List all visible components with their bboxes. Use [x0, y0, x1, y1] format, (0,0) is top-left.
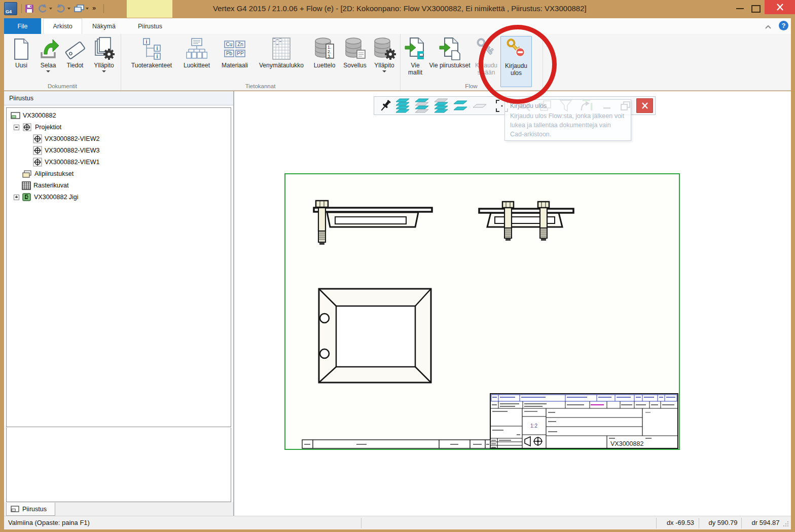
view-icon	[33, 134, 42, 143]
tree-item-label: Alipiirustukset	[34, 170, 74, 177]
tab-piirustus[interactable]: Piirustus	[128, 18, 172, 34]
quick-access-overflow-button[interactable]: »	[92, 4, 96, 12]
yllapito-dokumentit-button[interactable]: Ylläpito	[89, 36, 119, 83]
group-label: Dokumentit	[4, 83, 121, 89]
browse-arrow-icon	[35, 36, 61, 60]
windows-button[interactable]	[74, 3, 84, 14]
title-bar: G4 » Vertex G4 2015 / 21.0.06 + Flow (e)…	[0, 0, 795, 18]
sidebar-tab-piirustus[interactable]: Piirustus	[6, 503, 55, 516]
material-elements-icon: Cu Zn Pb PP	[217, 36, 252, 60]
collapse-expander-icon[interactable]	[14, 125, 19, 130]
uusi-button[interactable]: Uusi	[8, 36, 34, 83]
dropdown-caret-icon	[102, 70, 106, 72]
tree-item-jigi[interactable]: VX3000882 Jigi	[14, 192, 79, 203]
tree-item-alipiirustukset[interactable]: Alipiirustukset	[22, 168, 74, 179]
tree-item-label: Rasterikuvat	[33, 182, 68, 189]
app-logo-icon[interactable]: G4	[4, 2, 17, 15]
help-button[interactable]: ?	[779, 21, 788, 30]
layers-pair-icon[interactable]	[452, 98, 468, 113]
tab-file[interactable]: File	[4, 18, 41, 34]
pin-icon[interactable]	[377, 98, 393, 113]
tree-item-label: VX3000882-VIEW2	[45, 135, 99, 142]
application-window: G4 » Vertex G4 2015 / 21.0.06 + Flow (e)…	[0, 0, 795, 532]
vie-mallit-button[interactable]: Vie mallit	[403, 36, 427, 83]
raster-images-icon	[22, 181, 31, 190]
divider	[103, 4, 104, 13]
sidebar-header: Piirustus	[4, 91, 233, 105]
divider	[656, 518, 657, 528]
yellow-note-overlay	[127, 0, 172, 18]
vie-piirustukset-button[interactable]: Vie piirustukset	[428, 36, 471, 83]
yllapito-tietokannat-button[interactable]: Ylläpito	[370, 36, 399, 83]
status-dy: dy 590.79	[704, 519, 742, 526]
tree-item-projektiot[interactable]: Projektiot	[14, 122, 61, 133]
highlight-circle-annotation	[479, 25, 557, 104]
button-label: Materiaali	[217, 62, 252, 69]
divider	[699, 518, 699, 528]
title-block: 1:2 VX3000882	[490, 394, 678, 448]
luettelo-button[interactable]: 1. 2. 3. Luettelo	[310, 36, 339, 83]
tree-item-root[interactable]: VX3000882	[11, 110, 56, 121]
drawing-canvas[interactable]: 1:2 VX3000882	[234, 91, 791, 516]
tiedot-button[interactable]: Tiedot	[61, 36, 89, 83]
redo-button[interactable]	[56, 3, 66, 14]
windows-dropdown-caret[interactable]	[85, 3, 90, 14]
parts-list-strip	[302, 440, 490, 448]
close-icon	[641, 102, 648, 109]
layer-single-off-icon[interactable]	[472, 98, 488, 113]
button-label: Tiedot	[61, 62, 89, 69]
tree-item-view3[interactable]: VX3000882-VIEW3	[33, 145, 99, 156]
window-minimize-button[interactable]	[733, 3, 747, 14]
redo-dropdown-caret[interactable]	[66, 3, 71, 14]
svg-text:1:2: 1:2	[530, 423, 537, 429]
save-button[interactable]	[24, 3, 34, 14]
undo-dropdown-caret[interactable]	[48, 3, 53, 14]
selaa-button[interactable]: Selaa	[35, 36, 61, 83]
tree-item-label: Projektiot	[35, 124, 61, 131]
tree-item-view2[interactable]: VX3000882-VIEW2	[33, 133, 99, 144]
sovellus-button[interactable]: Sovellus	[340, 36, 370, 83]
layers-alternating-icon[interactable]	[414, 98, 430, 113]
status-dx: dx -69.53	[661, 519, 700, 526]
tag-icon	[61, 36, 89, 60]
button-label: Ylläpito	[370, 62, 399, 69]
spreadsheet-icon	[252, 36, 310, 60]
tab-arkisto[interactable]: Arkisto	[43, 18, 82, 34]
button-label: Tuoterakenteet	[127, 62, 176, 69]
tooltip-body: Kirjaudu ulos Flow:sta, jonka jälkeen vo…	[505, 111, 631, 142]
tab-nakyma[interactable]: Näkymä	[82, 18, 126, 34]
assembly-side-view-left	[314, 201, 432, 245]
window-close-button[interactable]	[765, 0, 795, 14]
layers-top-off-icon[interactable]	[433, 98, 449, 113]
luokitteet-button[interactable]: Luokitteet	[176, 36, 217, 83]
toolbar-close-button[interactable]	[636, 98, 653, 113]
drawing-sheet[interactable]: 1:2 VX3000882	[284, 173, 680, 450]
ribbon-collapse-button[interactable]	[765, 22, 772, 31]
svg-text:Cu: Cu	[226, 42, 233, 47]
tree-item-view1[interactable]: VX3000882-VIEW1	[33, 157, 99, 168]
ribbon: Uusi Selaa Tiedot	[4, 34, 791, 91]
dropdown-caret-icon	[382, 70, 386, 72]
window-maximize-button[interactable]	[749, 3, 763, 14]
resize-grip[interactable]	[782, 521, 789, 527]
tooltip-kirjaudu-ulos: Kirjaudu ulos Kirjaudu ulos Flow:sta, jo…	[504, 99, 631, 141]
status-bar: Valmiina (Opaste: paina F1) dx -69.53 dy…	[4, 516, 791, 529]
tree-item-rasterikuvat[interactable]: Rasterikuvat	[22, 180, 68, 191]
materiaali-button[interactable]: Cu Zn Pb PP Materiaali	[217, 36, 252, 83]
button-label: Venymätaulukko	[252, 62, 310, 69]
product-structure-icon: i i i	[127, 36, 176, 60]
button-label: Vie piirustukset	[428, 62, 471, 69]
undo-button[interactable]	[38, 3, 48, 14]
tree-item-label: VX3000882 Jigi	[34, 194, 79, 201]
venymataulukko-button[interactable]: Venymätaulukko	[252, 36, 310, 83]
layers-all-on-icon[interactable]	[394, 98, 411, 113]
button-label: Luettelo	[310, 62, 339, 69]
frame-top-view	[319, 289, 431, 383]
drawing-document-icon	[11, 506, 19, 513]
ribbon-tab-strip: File Arkisto Näkymä Piirustus ?	[4, 18, 791, 34]
new-document-icon	[8, 36, 34, 60]
expand-expander-icon[interactable]	[14, 195, 19, 200]
tuoterakenteet-button[interactable]: i i i Tuoterakenteet	[127, 36, 176, 83]
svg-text:3.: 3.	[328, 54, 331, 59]
divider	[361, 518, 362, 528]
